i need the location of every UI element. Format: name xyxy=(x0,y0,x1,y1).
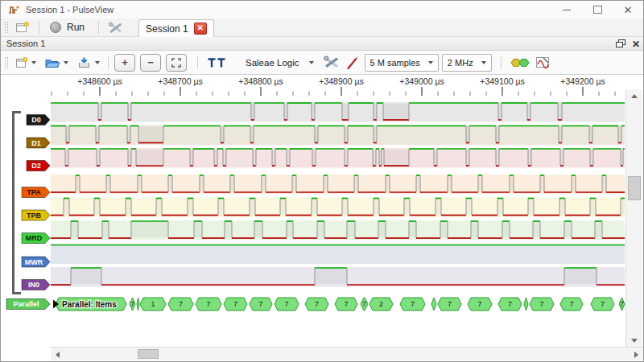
separator xyxy=(501,56,502,69)
new-file-button[interactable] xyxy=(12,54,39,71)
open-button[interactable] xyxy=(42,55,71,71)
chevron-down-icon xyxy=(31,61,36,64)
device-config-button[interactable] xyxy=(320,54,343,71)
scroll-up-icon[interactable] xyxy=(631,94,638,98)
run-button[interactable]: Run xyxy=(45,20,93,35)
sample-rate-select[interactable]: 2 MHz xyxy=(442,54,492,72)
session-toolbar: + − Saleae Logic xyxy=(1,51,643,75)
session-setup-button[interactable] xyxy=(105,20,127,35)
add-decoder-icon xyxy=(510,56,530,69)
channels-button[interactable] xyxy=(204,55,229,71)
zoom-in-button[interactable]: + xyxy=(114,54,135,72)
run-state-icon xyxy=(50,22,61,33)
new-session-icon xyxy=(15,21,30,34)
dock-title-bar: Session 1 ✕ xyxy=(1,37,643,51)
chevron-down-icon xyxy=(309,61,314,64)
session-setup-icon xyxy=(108,22,124,34)
scroll-right-icon[interactable] xyxy=(634,352,638,358)
sample-count-value: 5 M samples xyxy=(370,58,420,68)
pulseview-window: Session 1 - PulseView ✕ Run xyxy=(0,0,644,362)
probe-icon xyxy=(345,56,359,70)
toolbar-drag-handle[interactable] xyxy=(5,57,8,68)
zoom-in-icon: + xyxy=(122,56,128,68)
main-toolbar: Run Session 1 ✕ xyxy=(1,19,643,37)
vertical-scrollbar-thumb[interactable] xyxy=(628,176,641,200)
vertical-scrollbar[interactable] xyxy=(625,89,642,348)
new-session-button[interactable] xyxy=(12,19,33,35)
save-icon xyxy=(76,56,92,69)
device-label: Saleae Logic xyxy=(246,58,299,68)
float-dock-icon[interactable] xyxy=(616,37,625,51)
separator xyxy=(39,21,39,34)
probe-button[interactable] xyxy=(343,54,361,72)
math-signal-button[interactable] xyxy=(533,54,553,71)
zoom-fit-icon xyxy=(171,58,181,68)
close-button[interactable]: ✕ xyxy=(613,1,643,19)
math-signal-icon xyxy=(535,56,551,69)
horizontal-scrollbar-thumb[interactable] xyxy=(138,349,159,359)
toolbar-drag-handle[interactable] xyxy=(5,22,8,33)
close-dock-icon[interactable]: ✕ xyxy=(632,39,640,49)
sample-rate-value: 2 MHz xyxy=(448,58,473,68)
add-decoder-button[interactable] xyxy=(507,55,533,71)
save-button[interactable] xyxy=(74,55,102,71)
pulseview-app-icon xyxy=(8,4,19,15)
close-tab-icon[interactable]: ✕ xyxy=(194,23,207,35)
tab-session-1[interactable]: Session 1 ✕ xyxy=(138,19,214,38)
separator xyxy=(108,56,109,69)
chevron-down-icon xyxy=(95,61,100,64)
zoom-fit-button[interactable] xyxy=(166,54,187,72)
zoom-out-button[interactable]: − xyxy=(140,54,161,72)
minimize-button[interactable] xyxy=(551,1,582,19)
separator xyxy=(98,21,99,34)
scroll-down-icon[interactable] xyxy=(631,339,638,343)
trace-view[interactable] xyxy=(1,75,625,348)
title-bar: Session 1 - PulseView ✕ xyxy=(1,1,643,19)
close-icon: ✕ xyxy=(624,5,633,15)
chevron-down-icon xyxy=(428,61,433,64)
separator xyxy=(197,56,198,69)
dock-title: Session 1 xyxy=(6,39,45,48)
maximize-icon xyxy=(593,6,602,14)
scroll-left-icon[interactable] xyxy=(56,352,60,358)
maximize-button[interactable] xyxy=(582,1,613,19)
window-title: Session 1 - PulseView xyxy=(26,5,114,14)
open-icon xyxy=(44,56,60,69)
tab-label: Session 1 xyxy=(146,23,188,35)
zoom-out-icon: − xyxy=(147,56,154,68)
chevron-down-icon xyxy=(64,61,68,64)
new-file-icon xyxy=(14,56,28,69)
run-label: Run xyxy=(67,22,85,33)
minimize-icon xyxy=(563,10,571,10)
device-config-icon xyxy=(323,56,341,69)
horizontal-scrollbar[interactable] xyxy=(51,347,643,360)
channels-icon xyxy=(206,56,227,69)
device-select[interactable]: Saleae Logic xyxy=(242,58,317,68)
trace-group-bracket[interactable] xyxy=(12,111,21,294)
sample-count-select[interactable]: 5 M samples xyxy=(365,54,439,72)
chevron-down-icon xyxy=(481,61,486,64)
